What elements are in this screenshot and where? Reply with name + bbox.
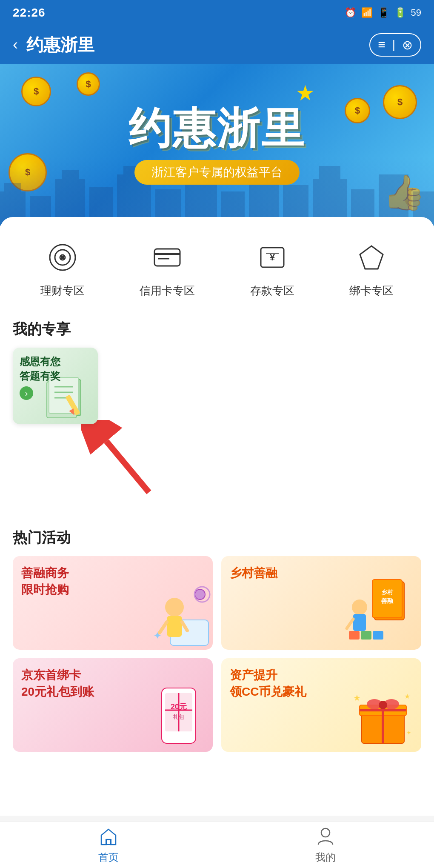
category-wealth-label: 理财专区 [40,283,85,298]
category-bind-label: 绑卡专区 [349,283,394,298]
category-credit[interactable]: 信用卡专区 [140,238,195,298]
activity-card-rural[interactable]: 乡村善融 乡村 善融 [221,556,421,650]
svg-rect-55 [353,614,366,631]
diamond-icon [357,243,386,272]
svg-rect-25 [154,249,180,266]
close-icon: ⊗ [402,37,413,52]
svg-rect-44 [167,616,182,637]
shopping-girl-illustration: ✦ [136,573,213,650]
svg-point-77 [321,828,330,837]
header-menu-button[interactable]: ≡ | ⊗ [369,33,421,57]
menu-icon: ≡ [378,37,385,52]
svg-point-47 [195,589,205,600]
coin-1: $ [21,77,51,106]
svg-point-54 [352,600,367,615]
my-exclusive-title: 我的专享 [0,311,434,343]
activities-grid: 善融商务限时抢购 ✦ [13,556,421,752]
svg-point-24 [61,256,64,259]
category-credit-icon-wrap [148,238,186,277]
back-button[interactable]: ‹ [13,36,18,54]
wifi-icon: 📶 [361,7,373,18]
person-icon [315,826,336,847]
activity-card-1-title: 善融商务限时抢购 [21,565,69,598]
svg-text:善融: 善融 [381,597,394,604]
header-title: 约惠浙里 [26,33,94,57]
svg-text:✦: ✦ [406,729,411,736]
bottom-nav: 首页 我的 [0,821,434,868]
battery-level: 59 [411,7,421,18]
hot-activities-section: 善融商务限时抢购 ✦ [0,552,434,765]
banner-subtitle-wrap: 浙江客户专属的权益平台 [134,160,300,185]
home-icon [98,826,119,847]
coin-3: $ [383,85,417,119]
category-bind-icon-wrap [352,238,391,277]
status-time: 22:26 [13,6,46,20]
header-right: ≡ | ⊗ [369,33,421,57]
category-wealth[interactable]: 理财专区 [40,238,85,298]
svg-rect-16 [319,166,340,226]
header: ‹ 约惠浙里 ≡ | ⊗ [0,26,434,64]
svg-rect-57 [349,631,360,640]
activity-card-3-title: 京东首绑卡20元礼包到账 [21,667,94,700]
hot-activities-title: 热门活动 [0,520,434,552]
svg-text:★: ★ [353,693,361,702]
svg-text:✦: ✦ [153,630,162,641]
activity-card-3-text: 京东首绑卡20元礼包到账 [21,667,94,700]
nav-home-label: 首页 [98,851,119,864]
gift-illustration: ★ ★ ✦ [349,684,417,748]
coin-2: $ [77,72,100,96]
activity-card-asset[interactable]: 资产提升领CC币兑豪礼 ★ ★ ✦ [221,658,421,752]
svg-line-56 [347,619,353,628]
credit-card-icon [152,243,182,272]
rural-illustration: 乡村 善融 [336,569,421,650]
red-arrow-icon [81,420,166,505]
exclusive-card[interactable]: 感恩有您 答题有奖 › [13,348,98,424]
star-icon: ★ [296,81,315,106]
category-wealth-icon-wrap [43,238,82,277]
status-bar: 22:26 ⏰ 📶 📱 🔋 59 [0,0,434,26]
activity-card-2-text: 乡村善融 [230,565,277,581]
nav-mine[interactable]: 我的 [315,826,336,864]
deposit-icon: ¥ [257,243,287,272]
category-bind[interactable]: 绑卡专区 [349,238,394,298]
coin-5: $ [345,98,370,123]
alarm-icon: ⏰ [345,7,356,18]
category-deposit-icon-wrap: ¥ [253,238,291,277]
activity-card-4-title: 资产提升领CC币兑豪礼 [230,667,306,700]
status-icons: ⏰ 📶 📱 🔋 59 [345,7,421,18]
nav-home[interactable]: 首页 [98,826,119,864]
category-deposit-label: 存款专区 [250,283,294,298]
category-deposit[interactable]: ¥ 存款专区 [250,238,294,298]
svg-rect-58 [361,631,371,640]
signal-icon: 📱 [378,7,389,18]
header-divider: | [392,38,395,51]
banner: $ $ $ $ $ ★ 👍 约惠浙里 浙江客户专属的权益平台 [0,64,434,226]
svg-line-41 [106,441,149,492]
red-arrow-container [81,420,421,507]
exclusive-card-title: 感恩有您 答题有奖 [20,354,91,383]
activity-card-shanzhueng[interactable]: 善融商务限时抢购 ✦ [13,556,213,650]
category-credit-label: 信用卡专区 [140,283,195,298]
svg-marker-31 [360,246,383,269]
activity-card-4-text: 资产提升领CC币兑豪礼 [230,667,306,700]
svg-point-43 [165,598,184,617]
activity-card-1-text: 善融商务限时抢购 [21,565,69,598]
banner-main-title: 约惠浙里 [128,105,306,151]
activity-card-2-title: 乡村善融 [230,565,277,581]
main-content: 理财专区 信用卡专区 ¥ 存款专区 [0,217,434,816]
my-exclusive-section: 感恩有您 答题有奖 › [0,343,434,520]
jd-illustration: 20元 礼包 [140,684,208,748]
banner-content: 约惠浙里 浙江客户专属的权益平台 [128,105,306,185]
activity-card-jd[interactable]: 京东首绑卡20元礼包到账 20元 礼包 [13,658,213,752]
exclusive-card-content: 感恩有您 答题有奖 › [13,348,98,407]
svg-text:★: ★ [404,693,410,700]
header-left: ‹ 约惠浙里 [13,33,94,57]
category-row: 理财专区 信用卡专区 ¥ 存款专区 [0,217,434,311]
banner-subtitle: 浙江客户专属的权益平台 [151,166,283,179]
target-icon [48,243,77,272]
exclusive-card-arrow: › [20,386,33,400]
svg-rect-59 [373,631,383,640]
svg-text:乡村: 乡村 [381,589,394,596]
svg-point-72 [379,701,387,709]
nav-mine-label: 我的 [315,851,336,864]
